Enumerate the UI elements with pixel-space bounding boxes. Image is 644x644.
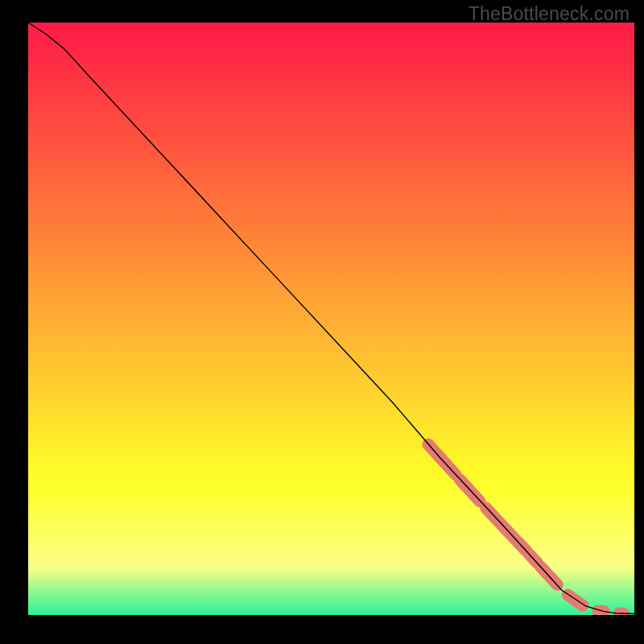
chart-frame: TheBottleneck.com bbox=[0, 0, 644, 644]
watermark-label: TheBottleneck.com bbox=[469, 3, 630, 25]
chart-svg bbox=[28, 23, 634, 615]
gradient-background bbox=[28, 23, 634, 615]
plot-area bbox=[28, 23, 634, 615]
